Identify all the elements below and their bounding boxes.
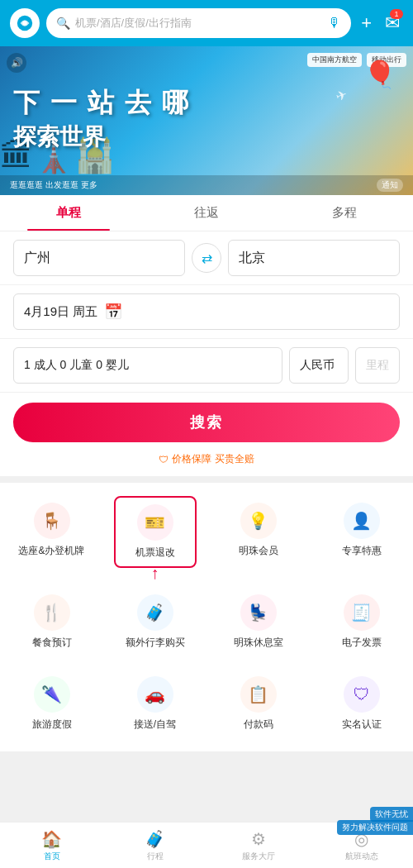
- arrow-icon: ↑: [151, 564, 159, 583]
- search-btn-row: 搜索: [0, 393, 413, 447]
- app-logo[interactable]: [10, 8, 40, 38]
- promo-banner[interactable]: 🏛🗼🕌 ✈ 中国南方航空 移动出行 🔊 下 一 站 去 哪 探索世界 逛逛逛逛 …: [0, 46, 413, 195]
- refund-icon: 🎫: [137, 504, 173, 541]
- message-badge: 1: [390, 9, 403, 19]
- checkin-icon: 🪑: [34, 503, 70, 539]
- luggage-icon: 🧳: [137, 594, 173, 631]
- itinerary-icon: 🧳: [145, 829, 165, 849]
- home-icon: 🏠: [41, 829, 62, 849]
- route-row: 广州 ⇄ 北京: [0, 231, 413, 285]
- currency-selector[interactable]: 人民币: [289, 347, 349, 384]
- lounge-label: 明珠休息室: [234, 636, 283, 650]
- balloon-decoration: 🎈: [363, 59, 396, 90]
- mic-icon[interactable]: 🎙: [328, 16, 341, 31]
- passenger-row: 1 成人 0 儿童 0 婴儿 人民币 里程: [0, 339, 413, 393]
- banner-subtitle: 探索世界: [13, 122, 400, 153]
- realname-icon: 🛡: [344, 676, 380, 713]
- service-icon: ⚙: [251, 829, 266, 849]
- action-realname[interactable]: 🛡 实名认证: [320, 670, 403, 738]
- member-icon: 💡: [240, 503, 277, 539]
- price-guarantee: 🛡 价格保障 买贵全赔: [0, 447, 413, 476]
- quick-actions-panel: 🪑 选座&办登机牌 🎫 机票退改 ↑ 💡 明珠会员 👤 专享特惠 🍴 餐食预订 …: [0, 483, 413, 751]
- guarantee-icon: 🛡: [159, 454, 169, 465]
- transfer-label: 接送/自驾: [134, 718, 176, 732]
- member-label: 明珠会员: [239, 544, 278, 558]
- action-checkin[interactable]: 🪑 选座&办登机牌: [11, 496, 93, 568]
- realname-label: 实名认证: [342, 718, 382, 732]
- watermark-line2: 努力解决软件问题: [337, 820, 413, 835]
- booking-panel: 单程 往返 多程 广州 ⇄ 北京 4月19日 周五 📅 1 成人 0 儿童 0 …: [0, 195, 413, 476]
- arrival-city[interactable]: 北京: [228, 240, 400, 276]
- meal-label: 餐食预订: [32, 636, 72, 650]
- travel-icon: 🌂: [34, 676, 70, 713]
- banner-title: 下 一 站 去 哪: [13, 88, 400, 117]
- transfer-icon: 🚗: [137, 676, 173, 713]
- departure-date[interactable]: 4月19日 周五 📅: [13, 293, 400, 330]
- tab-return[interactable]: 往返: [138, 195, 276, 231]
- passenger-count[interactable]: 1 成人 0 儿童 0 婴儿: [13, 347, 282, 384]
- home-label: 首页: [44, 851, 60, 862]
- action-luggage[interactable]: 🧳 额外行李购买: [114, 588, 197, 656]
- tab-single[interactable]: 单程: [0, 195, 138, 231]
- quick-actions-row-2: 🍴 餐食预订 🧳 额外行李购买 💺 明珠休息室 🧾 电子发票: [0, 584, 413, 660]
- refund-label: 机票退改: [135, 546, 175, 560]
- nav-service[interactable]: ⚙ 服务大厅: [206, 823, 310, 868]
- calendar-icon: 📅: [104, 303, 122, 321]
- search-button[interactable]: 搜索: [13, 403, 400, 442]
- banner-content: 下 一 站 去 哪 探索世界: [0, 46, 413, 195]
- date-row: 4月19日 周五 📅: [0, 285, 413, 339]
- action-member[interactable]: 💡 明珠会员: [217, 496, 300, 568]
- nav-home[interactable]: 🏠 首页: [0, 823, 103, 868]
- special-icon: 👤: [344, 503, 380, 539]
- qrcode-label: 付款码: [244, 718, 273, 732]
- action-lounge[interactable]: 💺 明珠休息室: [217, 588, 300, 656]
- lounge-icon: 💺: [240, 594, 277, 631]
- message-button[interactable]: ✉ 1: [382, 12, 403, 34]
- swap-cities-button[interactable]: ⇄: [192, 243, 221, 273]
- action-travel[interactable]: 🌂 旅游度假: [11, 670, 93, 738]
- action-meal[interactable]: 🍴 餐食预订: [11, 588, 93, 656]
- banner-bottom: 逛逛逛逛 出发逛逛 更多 通知: [0, 175, 413, 195]
- invoice-label: 电子发票: [342, 636, 382, 650]
- add-button[interactable]: +: [358, 12, 375, 34]
- mileage-option[interactable]: 里程: [355, 347, 400, 384]
- search-bar[interactable]: 🔍 机票/酒店/度假/出行指南 🎙: [46, 8, 351, 38]
- action-transfer[interactable]: 🚗 接送/自驾: [114, 670, 197, 738]
- search-icon: 🔍: [56, 17, 70, 30]
- itinerary-label: 行程: [147, 851, 164, 862]
- checkin-label: 选座&办登机牌: [18, 544, 84, 558]
- quick-actions-row-1: 🪑 选座&办登机牌 🎫 机票退改 ↑ 💡 明珠会员 👤 专享特惠: [0, 493, 413, 571]
- special-label: 专享特惠: [342, 544, 382, 558]
- invoice-icon: 🧾: [344, 594, 380, 631]
- action-qrcode[interactable]: 📋 付款码: [217, 670, 300, 738]
- banner-scroll-text: 逛逛逛逛 出发逛逛 更多: [10, 179, 97, 191]
- qrcode-icon: 📋: [240, 676, 277, 713]
- departure-city[interactable]: 广州: [13, 240, 185, 276]
- meal-icon: 🍴: [34, 594, 70, 631]
- app-header: 🔍 机票/酒店/度假/出行指南 🎙 + ✉ 1: [0, 0, 413, 46]
- search-placeholder: 机票/酒店/度假/出行指南: [75, 16, 323, 31]
- service-label: 服务大厅: [242, 851, 275, 862]
- tab-multi[interactable]: 多程: [275, 195, 413, 231]
- action-refund[interactable]: 🎫 机票退改 ↑: [114, 496, 197, 568]
- action-special[interactable]: 👤 专享特惠: [320, 496, 403, 568]
- svg-point-1: [22, 21, 27, 26]
- action-invoice[interactable]: 🧾 电子发票: [320, 588, 403, 656]
- luggage-label: 额外行李购买: [126, 636, 185, 650]
- nav-itinerary[interactable]: 🧳 行程: [103, 823, 206, 868]
- flight-type-tabs: 单程 往返 多程: [0, 195, 413, 231]
- quick-actions-row-3: 🌂 旅游度假 🚗 接送/自驾 📋 付款码 🛡 实名认证: [0, 666, 413, 742]
- travel-label: 旅游度假: [32, 718, 72, 732]
- banner-notice[interactable]: 通知: [377, 179, 403, 192]
- flight-label: 航班动态: [345, 851, 378, 862]
- guarantee-text: 价格保障 买贵全赔: [172, 452, 254, 466]
